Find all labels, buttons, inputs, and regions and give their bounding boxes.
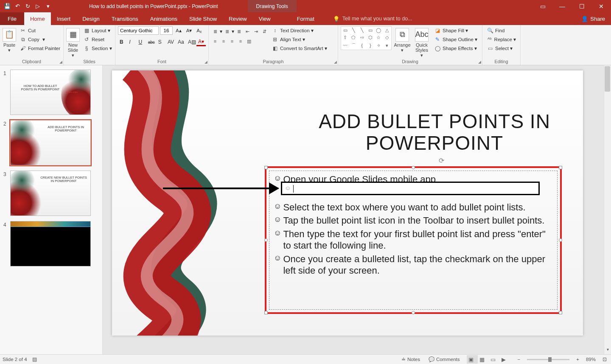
font-name-combo[interactable] bbox=[118, 26, 159, 35]
section-button[interactable]: §Section ▾ bbox=[81, 44, 114, 53]
clear-formatting-button[interactable]: Aᵪ bbox=[195, 27, 203, 34]
shapes-gallery[interactable]: ▭╲╲▭◯△ ⇧⬠⇨⬡☆◇ 〰⌒{}✧▾ bbox=[341, 26, 392, 50]
align-text-button[interactable]: ⊞Align Text ▾ bbox=[270, 35, 329, 44]
align-center-button[interactable]: ≡ bbox=[220, 38, 227, 45]
italic-button[interactable]: I bbox=[127, 38, 136, 46]
slide-thumbnail-3[interactable]: CREATE NEW BULLET POINTS IN POWERPOINT bbox=[10, 171, 91, 216]
zoom-in-button[interactable]: + bbox=[575, 357, 581, 362]
shape-effects-button[interactable]: ◯Shape Effects ▾ bbox=[432, 44, 479, 53]
fit-to-window-button[interactable]: ⊡ bbox=[601, 356, 608, 362]
reading-view-button[interactable]: ▭ bbox=[489, 355, 500, 364]
start-slideshow-button[interactable]: ▷ bbox=[33, 2, 42, 11]
copy-button[interactable]: ⧉Copy ▾ bbox=[18, 35, 62, 44]
save-button[interactable]: 💾 bbox=[3, 2, 12, 11]
slide-canvas-area[interactable]: ADD BULLET POINTS IN POWERPOINT ⟳ ☺Open … bbox=[103, 65, 611, 354]
change-case-button[interactable]: Aa bbox=[176, 38, 185, 46]
layout-button[interactable]: ▦Layout ▾ bbox=[81, 26, 114, 35]
selection-handle[interactable] bbox=[264, 238, 268, 242]
font-color-button[interactable]: A▾ bbox=[196, 38, 206, 46]
scroll-down-button[interactable]: ▾ bbox=[604, 347, 611, 354]
highlight-button[interactable]: A▨ bbox=[186, 38, 196, 46]
paragraph-launcher[interactable]: ◢ bbox=[334, 60, 337, 64]
strike-button[interactable]: abc bbox=[146, 38, 156, 46]
share-button[interactable]: 👤 Share bbox=[575, 12, 611, 25]
selection-handle[interactable] bbox=[559, 166, 562, 169]
convert-smartart-button[interactable]: ◧Convert to SmartArt ▾ bbox=[270, 44, 329, 53]
slide-sorter-button[interactable]: ▦ bbox=[478, 355, 489, 364]
zoom-percent[interactable]: 89% bbox=[586, 357, 596, 362]
shape-fill-button[interactable]: ◪Shape Fill ▾ bbox=[432, 26, 479, 35]
normal-view-button[interactable]: ▣ bbox=[467, 355, 478, 364]
list-level-button[interactable]: ≣ bbox=[235, 28, 243, 35]
tab-design[interactable]: Design bbox=[76, 12, 105, 25]
clipboard-launcher[interactable]: ◢ bbox=[59, 60, 62, 64]
text-direction-button[interactable]: ↕Text Direction ▾ bbox=[270, 26, 329, 35]
zoom-out-button[interactable]: − bbox=[516, 357, 522, 362]
comments-button[interactable]: 💬Comments bbox=[427, 356, 462, 362]
columns-button[interactable]: ▥ bbox=[245, 38, 253, 45]
spellcheck-icon[interactable]: ▤ bbox=[32, 356, 37, 362]
shape-outline-button[interactable]: ✎Shape Outline ▾ bbox=[432, 35, 479, 44]
replace-button[interactable]: ᴬᵇReplace ▾ bbox=[485, 35, 518, 44]
slide-thumbnail-1[interactable]: HOW TO ADD BULLET POINTS IN POWERPOINT s… bbox=[10, 70, 91, 115]
tab-insert[interactable]: Insert bbox=[51, 12, 77, 25]
slide[interactable]: ADD BULLET POINTS IN POWERPOINT ⟳ ☺Open … bbox=[112, 70, 583, 336]
slide-thumbnails-panel[interactable]: 1 HOW TO ADD BULLET POINTS IN POWERPOINT… bbox=[0, 65, 103, 354]
selection-handle[interactable] bbox=[264, 311, 268, 314]
tab-animations[interactable]: Animations bbox=[144, 12, 183, 25]
drawing-launcher[interactable]: ◢ bbox=[478, 60, 481, 64]
tab-review[interactable]: Review bbox=[223, 12, 253, 25]
tab-slideshow[interactable]: Slide Show bbox=[183, 12, 223, 25]
selection-handle[interactable] bbox=[412, 311, 415, 314]
shadow-button[interactable]: S bbox=[157, 38, 165, 46]
zoom-slider[interactable] bbox=[527, 359, 569, 360]
tab-home[interactable]: Home bbox=[24, 12, 51, 25]
tab-format[interactable]: Format bbox=[291, 12, 320, 25]
align-right-button[interactable]: ≡ bbox=[228, 38, 236, 45]
font-size-combo[interactable] bbox=[160, 26, 173, 35]
maximize-button[interactable]: ☐ bbox=[572, 0, 591, 12]
underline-button[interactable]: U bbox=[137, 38, 146, 46]
close-button[interactable]: ✕ bbox=[591, 0, 611, 12]
qat-customize-button[interactable]: ▾ bbox=[43, 2, 53, 11]
slideshow-view-button[interactable]: ▶ bbox=[500, 355, 511, 364]
paintbrush-icon: 🖌 bbox=[20, 45, 26, 52]
minimize-button[interactable]: — bbox=[552, 0, 572, 12]
ribbon-display-options-button[interactable]: ▭ bbox=[533, 0, 552, 12]
vertical-scrollbar[interactable]: ▴ ▾ bbox=[604, 65, 611, 354]
tab-view[interactable]: View bbox=[253, 12, 277, 25]
decrease-indent-button[interactable]: ⇤ bbox=[244, 28, 251, 35]
reset-button[interactable]: ↺Reset bbox=[81, 35, 114, 44]
line-spacing-button[interactable]: ⇵ bbox=[261, 28, 268, 35]
shrink-font-button[interactable]: A▾ bbox=[185, 27, 194, 34]
char-spacing-button[interactable]: AV bbox=[166, 38, 175, 46]
increase-indent-button[interactable]: ⇥ bbox=[252, 28, 260, 35]
scrollbar-thumb[interactable] bbox=[605, 66, 610, 92]
format-painter-button[interactable]: 🖌Format Painter bbox=[18, 44, 62, 53]
justify-button[interactable]: ≡ bbox=[237, 38, 244, 45]
slide-thumbnail-4[interactable] bbox=[10, 221, 91, 266]
notes-button[interactable]: ≐Notes bbox=[400, 356, 422, 362]
tab-transitions[interactable]: Transitions bbox=[106, 12, 144, 25]
undo-button[interactable]: ↶ bbox=[13, 2, 22, 11]
tell-me-search[interactable]: 💡 Tell me what you want to do... bbox=[333, 12, 412, 25]
redo-button[interactable]: ↻ bbox=[23, 2, 32, 11]
slide-counter[interactable]: Slide 2 of 4 bbox=[3, 357, 27, 362]
slide-title[interactable]: ADD BULLET POINTS IN POWERPOINT bbox=[311, 111, 558, 154]
grow-font-button[interactable]: A▴ bbox=[174, 27, 183, 34]
rotate-handle-icon[interactable]: ⟳ bbox=[439, 157, 444, 165]
bold-button[interactable]: B bbox=[118, 38, 126, 46]
find-button[interactable]: 🔍Find bbox=[485, 26, 518, 35]
selection-handle[interactable] bbox=[412, 166, 415, 169]
select-button[interactable]: ▭Select ▾ bbox=[485, 44, 518, 53]
slide-thumbnail-2[interactable]: ADD BULLET POINTS IN POWERPOINT bbox=[10, 120, 91, 165]
font-launcher[interactable]: ◢ bbox=[205, 60, 207, 64]
align-left-button[interactable]: ≡ bbox=[211, 38, 219, 45]
selection-handle[interactable] bbox=[559, 238, 562, 242]
tab-file[interactable]: File bbox=[0, 12, 24, 25]
selection-handle[interactable] bbox=[559, 311, 562, 314]
bullets-button[interactable]: ≣ bbox=[211, 28, 219, 35]
numbering-button[interactable]: ≣ bbox=[223, 28, 231, 35]
selection-handle[interactable] bbox=[264, 166, 268, 169]
cut-button[interactable]: ✂Cut bbox=[18, 26, 62, 35]
